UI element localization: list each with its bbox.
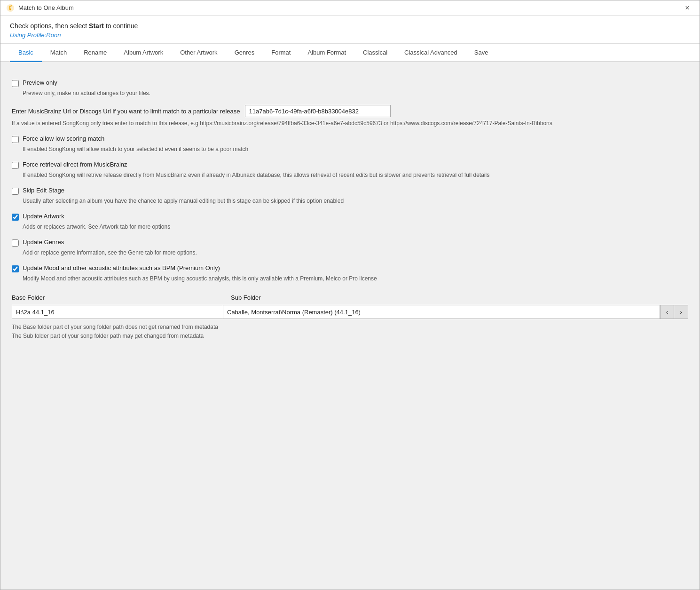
update-genres-desc: Add or replace genre information, see th… (23, 248, 688, 257)
profile-prefix: Using Profile: (10, 32, 46, 39)
close-button[interactable]: × (681, 1, 694, 15)
header-profile: Using Profile:Roon (10, 32, 690, 39)
folder-inputs-row: ‹ › (12, 305, 688, 319)
update-genres-row: Update Genres (12, 239, 688, 247)
update-artwork-label[interactable]: Update Artwork (23, 213, 64, 220)
tab-classical-advanced[interactable]: Classical Advanced (396, 44, 466, 62)
tab-classical[interactable]: Classical (354, 44, 396, 62)
tab-match[interactable]: Match (42, 44, 75, 62)
force-retrieval-desc: If enabled SongKong will retrive release… (23, 171, 688, 179)
force-retrieval-row: Force retrieval direct from MusicBrainz (12, 161, 688, 169)
main-window: Match to One Album × Check options, then… (0, 0, 700, 590)
main-content: Preview only Preview only, make no actua… (0, 62, 700, 590)
profile-name: Roon (46, 32, 61, 39)
base-folder-input[interactable] (12, 305, 223, 319)
update-artwork-checkbox[interactable] (12, 214, 19, 221)
force-retrieval-checkbox[interactable] (12, 162, 19, 169)
folder-prev-button[interactable]: ‹ (660, 305, 674, 319)
update-mood-label[interactable]: Update Mood and other acoustic attribute… (23, 264, 220, 271)
update-mood-row: Update Mood and other acoustic attribute… (12, 264, 688, 272)
sub-folder-label: Sub Folder (231, 294, 261, 301)
header-bold: Start (89, 22, 104, 30)
folder-hints: The Base folder part of your song folder… (12, 323, 688, 341)
base-folder-hint: The Base folder part of your song folder… (12, 323, 688, 332)
tab-album-format[interactable]: Album Format (299, 44, 354, 62)
preview-only-row: Preview only (12, 79, 688, 87)
force-low-scoring-desc: If enabled SongKong will allow match to … (23, 145, 688, 153)
force-low-scoring-row: Force allow low scoring match (12, 135, 688, 143)
preview-only-label[interactable]: Preview only (23, 79, 57, 86)
folder-section: Base Folder Sub Folder ‹ › The Base fold… (12, 294, 688, 341)
force-retrieval-label[interactable]: Force retrieval direct from MusicBrainz (23, 161, 127, 168)
url-input[interactable] (245, 105, 391, 117)
folder-labels: Base Folder Sub Folder (12, 294, 688, 301)
base-folder-label: Base Folder (12, 294, 231, 301)
tab-genres[interactable]: Genres (226, 44, 263, 62)
preview-only-desc: Preview only, make no actual changes to … (23, 89, 688, 97)
update-mood-checkbox[interactable] (12, 265, 19, 272)
update-mood-desc: Modify Mood and other acoustic attribute… (23, 274, 688, 283)
url-label: Enter MusicBrainz Url or Discogs Url if … (12, 108, 240, 115)
app-icon (6, 4, 15, 12)
tab-album-artwork[interactable]: Album Artwork (115, 44, 172, 62)
skip-edit-label[interactable]: Skip Edit Stage (23, 187, 64, 194)
tab-save[interactable]: Save (466, 44, 497, 62)
header-section: Check options, then select Start to cont… (0, 16, 700, 44)
update-genres-checkbox[interactable] (12, 239, 19, 247)
update-artwork-row: Update Artwork (12, 213, 688, 221)
url-desc: If a value is entered SongKong only trie… (12, 119, 688, 128)
title-bar: Match to One Album × (0, 0, 700, 16)
url-row: Enter MusicBrainz Url or Discogs Url if … (12, 105, 688, 117)
tab-other-artwork[interactable]: Other Artwork (172, 44, 226, 62)
folder-next-button[interactable]: › (674, 305, 688, 319)
header-prefix: Check options, then select (10, 22, 89, 30)
sub-folder-input[interactable] (223, 305, 660, 319)
skip-edit-desc: Usually after selecting an album you hav… (23, 197, 688, 205)
tabs-bar: Basic Match Rename Album Artwork Other A… (0, 44, 700, 62)
skip-edit-checkbox[interactable] (12, 188, 19, 195)
force-low-scoring-checkbox[interactable] (12, 136, 19, 143)
window-title: Match to One Album (18, 4, 74, 11)
update-artwork-desc: Adds or replaces artwork. See Artwork ta… (23, 223, 688, 231)
title-bar-left: Match to One Album (6, 4, 74, 12)
skip-edit-row: Skip Edit Stage (12, 187, 688, 195)
header-instruction: Check options, then select Start to cont… (10, 22, 690, 30)
preview-only-checkbox[interactable] (12, 80, 19, 87)
tab-basic[interactable]: Basic (10, 44, 42, 62)
tab-rename[interactable]: Rename (75, 44, 115, 62)
header-suffix: to continue (104, 22, 138, 30)
update-genres-label[interactable]: Update Genres (23, 239, 64, 246)
force-low-scoring-label[interactable]: Force allow low scoring match (23, 135, 104, 142)
sub-folder-hint: The Sub folder part of your song folder … (12, 332, 688, 341)
tab-format[interactable]: Format (263, 44, 299, 62)
